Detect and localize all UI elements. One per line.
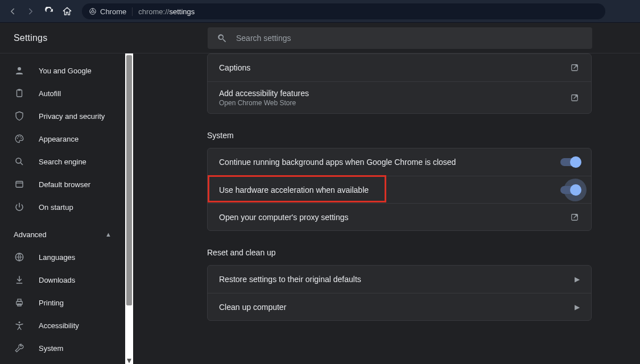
omnibox-url: chrome://settings bbox=[133, 7, 195, 16]
sidebar-item-palette[interactable]: Appearance bbox=[0, 127, 125, 150]
row-primary: Open your computer's proxy settings bbox=[219, 213, 569, 222]
browser-toolbar: Chrome chrome://settings bbox=[0, 0, 640, 23]
external-link-icon bbox=[569, 63, 580, 73]
sidebar-advanced-toggle[interactable]: Advanced ▲ bbox=[0, 223, 125, 246]
sidebar-item-label: Downloads bbox=[39, 276, 75, 284]
sidebar-item-label: Autofill bbox=[39, 89, 61, 98]
sidebar-item-label: Appearance bbox=[39, 135, 79, 143]
search-icon bbox=[217, 33, 227, 43]
sidebar-item-label: Printing bbox=[39, 299, 64, 307]
clipboard-icon bbox=[14, 88, 25, 99]
palette-icon bbox=[14, 133, 25, 144]
sidebar-item-globe[interactable]: Languages bbox=[0, 246, 125, 268]
window-icon bbox=[14, 179, 25, 190]
settings-row[interactable]: Captions bbox=[208, 54, 591, 81]
row-primary: Clean up computer bbox=[219, 303, 575, 312]
sidebar-item-label: Accessibility bbox=[39, 321, 79, 330]
sidebar-item-label: Languages bbox=[39, 253, 75, 262]
power-icon bbox=[14, 201, 25, 213]
sidebar-item-printer[interactable]: Printing bbox=[0, 291, 125, 314]
chrome-icon bbox=[89, 7, 97, 15]
section-title-reset: Reset and clean up bbox=[207, 248, 640, 257]
sidebar-item-label: On startup bbox=[39, 203, 73, 212]
wrench-icon bbox=[14, 342, 25, 354]
svg-rect-13 bbox=[18, 299, 21, 301]
sidebar-item-shield[interactable]: Privacy and security bbox=[0, 105, 125, 127]
external-link-icon bbox=[569, 93, 580, 103]
row-primary: Captions bbox=[219, 63, 569, 72]
forward-button[interactable] bbox=[23, 3, 39, 19]
svg-point-9 bbox=[16, 158, 21, 163]
sidebar-item-window[interactable]: Default browser bbox=[0, 173, 125, 196]
sidebar-item-label: You and Google bbox=[39, 67, 92, 75]
svg-rect-10 bbox=[16, 181, 23, 188]
settings-row[interactable]: Continue running background apps when Go… bbox=[208, 148, 591, 176]
external-link-icon bbox=[569, 212, 580, 222]
svg-point-15 bbox=[19, 321, 20, 323]
row-primary: Add accessibility features bbox=[219, 89, 569, 98]
person-icon bbox=[14, 65, 25, 76]
download-icon bbox=[14, 274, 25, 286]
chevron-right-icon: ▶ bbox=[575, 303, 580, 311]
svg-point-5 bbox=[17, 138, 18, 139]
app-header: Settings Search settings bbox=[0, 23, 640, 53]
sidebar-item-clipboard[interactable]: Autofill bbox=[0, 82, 125, 105]
page-title: Settings bbox=[0, 33, 139, 43]
row-primary: Restore settings to their original defau… bbox=[219, 275, 575, 284]
toggle-switch[interactable] bbox=[560, 158, 580, 166]
printer-icon bbox=[14, 297, 25, 308]
sidebar-item-person[interactable]: You and Google bbox=[0, 59, 125, 82]
toggle-switch[interactable] bbox=[560, 186, 580, 194]
row-primary: Continue running background apps when Go… bbox=[219, 158, 560, 167]
chevron-right-icon: ▶ bbox=[575, 275, 580, 283]
site-chip-label: Chrome bbox=[100, 7, 126, 16]
settings-row[interactable]: Open your computer's proxy settings bbox=[208, 203, 591, 230]
search-icon bbox=[14, 156, 25, 167]
sidebar-item-power[interactable]: On startup bbox=[0, 196, 125, 218]
svg-point-2 bbox=[18, 67, 21, 71]
sidebar-item-label: Privacy and security bbox=[39, 112, 105, 121]
sidebar-item-wrench[interactable]: System bbox=[0, 337, 125, 359]
accessibility-icon bbox=[14, 320, 25, 331]
search-placeholder: Search settings bbox=[236, 34, 291, 43]
reload-button[interactable] bbox=[41, 3, 57, 19]
reset-card: Restore settings to their original defau… bbox=[207, 265, 592, 321]
sidebar-item-search[interactable]: Search engine bbox=[0, 150, 125, 173]
main-content: Captions Add accessibility features Open… bbox=[133, 53, 640, 364]
settings-row[interactable]: Add accessibility features Open Chrome W… bbox=[208, 81, 591, 113]
globe-icon bbox=[14, 251, 25, 263]
site-chip: Chrome bbox=[89, 7, 133, 16]
settings-row[interactable]: Restore settings to their original defau… bbox=[208, 266, 591, 293]
settings-row[interactable]: Clean up computer ▶ bbox=[208, 293, 591, 320]
svg-point-1 bbox=[92, 10, 94, 13]
advanced-label: Advanced bbox=[14, 230, 47, 239]
row-secondary: Open Chrome Web Store bbox=[219, 99, 569, 107]
accessibility-card: Captions Add accessibility features Open… bbox=[207, 53, 592, 114]
system-card: Continue running background apps when Go… bbox=[207, 148, 592, 231]
svg-point-6 bbox=[18, 136, 19, 137]
sidebar-scrollbar[interactable]: ▴ ▾ bbox=[125, 53, 133, 364]
sidebar-item-accessibility[interactable]: Accessibility bbox=[0, 314, 125, 337]
sidebar-item-label: Default browser bbox=[39, 180, 90, 189]
chevron-up-icon: ▲ bbox=[105, 231, 112, 238]
svg-point-7 bbox=[20, 136, 21, 137]
search-input[interactable]: Search settings bbox=[208, 27, 592, 49]
svg-point-8 bbox=[20, 138, 22, 139]
home-button[interactable] bbox=[59, 3, 75, 19]
scroll-down-icon[interactable]: ▾ bbox=[125, 356, 133, 364]
sidebar: You and Google Autofill Privacy and secu… bbox=[0, 53, 133, 364]
svg-rect-3 bbox=[17, 90, 22, 97]
omnibox[interactable]: Chrome chrome://settings bbox=[82, 3, 605, 19]
shield-icon bbox=[14, 110, 25, 122]
sidebar-item-label: System bbox=[39, 344, 63, 353]
sidebar-item-download[interactable]: Downloads bbox=[0, 268, 125, 291]
scrollbar-thumb[interactable] bbox=[126, 55, 132, 305]
back-button[interactable] bbox=[5, 3, 20, 19]
row-primary: Use hardware acceleration when available bbox=[219, 185, 560, 195]
svg-rect-4 bbox=[18, 89, 21, 91]
sidebar-item-label: Search engine bbox=[39, 158, 86, 166]
section-title-system: System bbox=[207, 131, 640, 140]
settings-row[interactable]: Use hardware acceleration when available bbox=[208, 176, 591, 203]
